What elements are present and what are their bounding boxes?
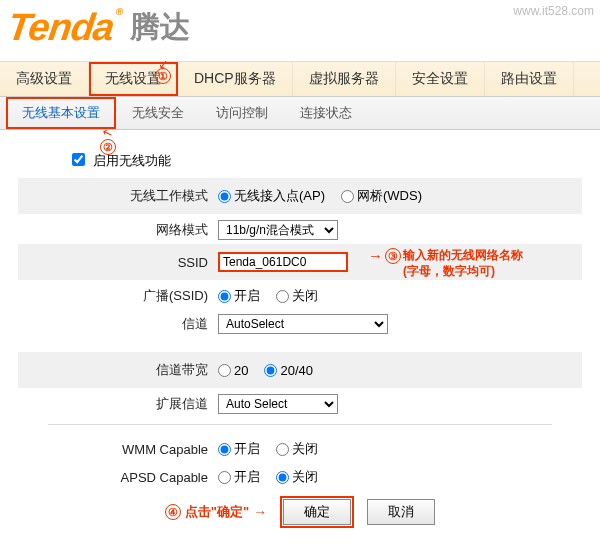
label-ssid: SSID bbox=[18, 255, 218, 270]
row-net-mode: 网络模式 11b/g/n混合模式 bbox=[18, 216, 582, 244]
circle-3-icon: ③ bbox=[385, 248, 401, 264]
label-work-mode: 无线工作模式 bbox=[18, 187, 218, 205]
row-channel: 信道 AutoSelect bbox=[18, 310, 582, 338]
label-ext-channel: 扩展信道 bbox=[18, 395, 218, 413]
arrow-right-icon: → bbox=[253, 504, 267, 520]
row-ext-channel: 扩展信道 Auto Select bbox=[18, 390, 582, 418]
annotation-2: ↘ ② bbox=[100, 127, 116, 155]
radio-apsd-on[interactable] bbox=[218, 471, 231, 484]
radio-ap[interactable] bbox=[218, 190, 231, 203]
row-broadcast: 广播(SSID) 开启 关闭 bbox=[18, 282, 582, 310]
row-work-mode: 无线工作模式 无线接入点(AP) 网桥(WDS) bbox=[18, 182, 582, 210]
radio-apsd-off-label[interactable]: 关闭 bbox=[276, 468, 318, 486]
label-net-mode: 网络模式 bbox=[18, 221, 218, 239]
circle-2-icon: ② bbox=[100, 139, 116, 155]
separator bbox=[48, 424, 552, 425]
radio-bc-off-label[interactable]: 关闭 bbox=[276, 287, 318, 305]
radio-ap-label[interactable]: 无线接入点(AP) bbox=[218, 187, 325, 205]
band-3: 信道带宽 20 20/40 bbox=[18, 352, 582, 388]
btn-hint-text: 点击"确定" bbox=[185, 503, 249, 521]
brand-logo-en: Tenda® bbox=[5, 6, 123, 49]
header-logo-bar: Tenda® 腾达 ↙ ① bbox=[0, 0, 600, 61]
radio-bw2040-label[interactable]: 20/40 bbox=[264, 363, 313, 378]
radio-wds-label[interactable]: 网桥(WDS) bbox=[341, 187, 422, 205]
enable-wireless-row: 启用无线功能 bbox=[72, 152, 582, 170]
label-broadcast: 广播(SSID) bbox=[18, 287, 218, 305]
label-channel: 信道 bbox=[18, 315, 218, 333]
nav-routing[interactable]: 路由设置 bbox=[485, 62, 574, 96]
radio-bw20-label[interactable]: 20 bbox=[218, 363, 248, 378]
enable-wireless-label[interactable]: 启用无线功能 bbox=[72, 153, 171, 168]
radio-wds[interactable] bbox=[341, 190, 354, 203]
row-bandwidth: 信道带宽 20 20/40 bbox=[18, 356, 582, 384]
input-ssid[interactable] bbox=[218, 252, 348, 272]
radio-bc-on[interactable] bbox=[218, 290, 231, 303]
ok-button[interactable]: 确定 bbox=[283, 499, 351, 525]
subnav-access[interactable]: 访问控制 bbox=[200, 97, 284, 129]
nav-advanced[interactable]: 高级设置 bbox=[0, 62, 89, 96]
sub-nav: 无线基本设置 无线安全 访问控制 连接状态 ↘ ② bbox=[0, 97, 600, 130]
radio-bc-on-label[interactable]: 开启 bbox=[218, 287, 260, 305]
subnav-security[interactable]: 无线安全 bbox=[116, 97, 200, 129]
band-2: SSID → ③ 输入新的无线网络名称 (字母，数字均可) bbox=[18, 244, 582, 280]
select-net-mode[interactable]: 11b/g/n混合模式 bbox=[218, 220, 338, 240]
content-panel: 启用无线功能 无线工作模式 无线接入点(AP) 网桥(WDS) 网络模式 11b… bbox=[0, 130, 600, 537]
brand-logo-cn: 腾达 bbox=[130, 7, 190, 48]
nav-dhcp[interactable]: DHCP服务器 bbox=[178, 62, 293, 96]
row-ssid: SSID → ③ 输入新的无线网络名称 (字母，数字均可) bbox=[18, 248, 582, 276]
select-channel[interactable]: AutoSelect bbox=[218, 314, 388, 334]
nav-security[interactable]: 安全设置 bbox=[396, 62, 485, 96]
radio-wmm-on[interactable] bbox=[218, 443, 231, 456]
radio-apsd-off[interactable] bbox=[276, 471, 289, 484]
main-nav: 高级设置 无线设置 DHCP服务器 虚拟服务器 安全设置 路由设置 bbox=[0, 61, 600, 97]
subnav-basic[interactable]: 无线基本设置 bbox=[6, 97, 116, 129]
radio-wmm-on-label[interactable]: 开启 bbox=[218, 440, 260, 458]
annotation-4: ④ 点击"确定" → bbox=[165, 503, 267, 521]
annotation-3: → ③ 输入新的无线网络名称 (字母，数字均可) bbox=[368, 248, 523, 279]
radio-bw20[interactable] bbox=[218, 364, 231, 377]
select-ext-channel[interactable]: Auto Select bbox=[218, 394, 338, 414]
ssid-hint-1: 输入新的无线网络名称 bbox=[403, 248, 523, 264]
annotation-1: ↙ ① bbox=[155, 58, 171, 84]
label-wmm: WMM Capable bbox=[18, 442, 218, 457]
nav-virtual[interactable]: 虚拟服务器 bbox=[293, 62, 396, 96]
button-row: ④ 点击"确定" → 确定 取消 bbox=[18, 499, 582, 525]
row-wmm: WMM Capable 开启 关闭 bbox=[18, 435, 582, 463]
enable-wireless-checkbox[interactable] bbox=[72, 153, 85, 166]
radio-bc-off[interactable] bbox=[276, 290, 289, 303]
circle-4-icon: ④ bbox=[165, 504, 181, 520]
label-apsd: APSD Capable bbox=[18, 470, 218, 485]
arrow-icon: ↘ bbox=[101, 126, 115, 141]
radio-wmm-off-label[interactable]: 关闭 bbox=[276, 440, 318, 458]
row-apsd: APSD Capable 开启 关闭 bbox=[18, 463, 582, 491]
radio-wmm-off[interactable] bbox=[276, 443, 289, 456]
arrow-icon: ↙ bbox=[157, 57, 169, 71]
radio-apsd-on-label[interactable]: 开启 bbox=[218, 468, 260, 486]
ssid-hint-2: (字母，数字均可) bbox=[403, 264, 523, 280]
radio-bw2040[interactable] bbox=[264, 364, 277, 377]
band-1: 无线工作模式 无线接入点(AP) 网桥(WDS) bbox=[18, 178, 582, 214]
cancel-button[interactable]: 取消 bbox=[367, 499, 435, 525]
enable-wireless-text: 启用无线功能 bbox=[93, 153, 171, 168]
label-bandwidth: 信道带宽 bbox=[18, 361, 218, 379]
subnav-status[interactable]: 连接状态 bbox=[284, 97, 368, 129]
arrow-right-icon: → bbox=[368, 248, 383, 263]
